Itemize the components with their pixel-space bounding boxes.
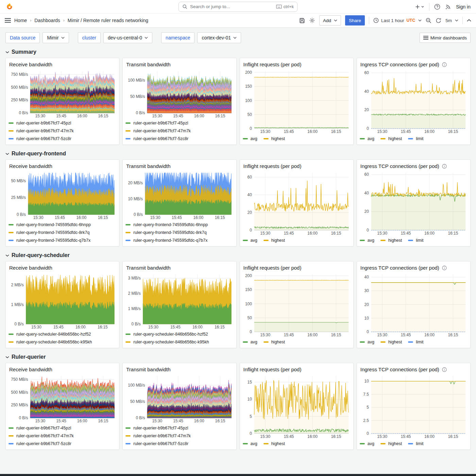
chart-summary-transmit-bandwidth[interactable]: 0 B/s50 MB/s100 MB/s15:3015:4516:0016:15 [125, 69, 233, 119]
panel-title[interactable]: Transmit bandwidth [126, 367, 170, 372]
search-input[interactable]: Search or jump to... ctrl+k [178, 2, 298, 12]
legend-series-label[interactable]: ruler-querier-b9b67fcf7-5zc8r [16, 136, 71, 141]
refresh-interval-picker[interactable]: 5m [445, 18, 458, 23]
legend-item[interactable]: ruler-query-frontend-745595dfdc-8rk7q [125, 228, 233, 236]
chart-frontend-inflight-requests[interactable]: 020406015:3015:4516:0016:15 [243, 170, 351, 236]
news-icon[interactable] [445, 4, 451, 10]
legend-series-label[interactable]: limit [416, 441, 423, 446]
legend-series-label[interactable]: highest [388, 238, 402, 243]
chart-frontend-receive-bandwidth[interactable]: 0 B/s25 MB/s50 MB/s15:3015:4516:0016:15 [8, 170, 116, 220]
legend-item[interactable]: ruler-query-frontend-745595dfdc-6hnpp [125, 221, 233, 228]
menu-toggle-icon[interactable] [5, 18, 11, 23]
legend-series-label[interactable]: ruler-querier-b9b67fcf7-47m7k [16, 434, 74, 438]
legend-item[interactable]: ruler-querier-b9b67fcf7-47m7k [125, 127, 233, 135]
chart-querier-inflight-requests[interactable]: 05101515:3015:4516:0016:15 [243, 374, 351, 439]
info-icon[interactable] [442, 367, 447, 372]
legend-series-label[interactable]: ruler-querier-b9b67fcf7-5zc8r [133, 136, 188, 141]
section-header-ruler-query-frontend[interactable]: Ruler-query-frontend [5, 151, 471, 157]
chart-querier-ingress-tcp[interactable]: 02.557.51015:3015:4516:0016:15 [360, 374, 468, 439]
panel-title[interactable]: Transmit bandwidth [126, 163, 170, 169]
settings-gear-icon[interactable] [309, 17, 315, 23]
section-header-ruler-querier[interactable]: Ruler-querier [5, 354, 471, 360]
legend-series-label[interactable]: ruler-query-scheduler-846b656bc-k95kh [133, 340, 209, 344]
legend-series-label[interactable]: highest [271, 441, 285, 446]
legend-item[interactable]: ruler-querier-b9b67fcf7-5zc8r [8, 135, 116, 142]
legend-series-label[interactable]: ruler-query-scheduler-846b656bc-hzf52 [16, 332, 91, 337]
namespace-label[interactable]: namespace [161, 32, 194, 43]
panel-title[interactable]: Receive bandwidth [9, 265, 52, 271]
legend-series-label[interactable]: ruler-query-frontend-745595dfdc-6hnpp [133, 222, 208, 227]
legend-item[interactable]: ruler-querier-b9b67fcf7-45pzl [8, 424, 116, 432]
legend-series-label[interactable]: avg [368, 136, 374, 141]
panel-title[interactable]: Inflight requests (per pod) [243, 163, 302, 169]
legend-series-label[interactable]: ruler-querier-b9b67fcf7-45pzl [133, 426, 188, 430]
namespace-select[interactable]: cortex-dev-01 [197, 32, 241, 43]
panel-title[interactable]: Transmit bandwidth [126, 265, 170, 271]
legend-item[interactable]: ruler-querier-b9b67fcf7-45pzl [8, 119, 116, 127]
legend-item[interactable]: ruler-query-scheduler-846b656bc-k95kh [8, 338, 116, 346]
legend-item[interactable]: limit [408, 136, 423, 141]
legend-series-label[interactable]: avg [368, 441, 374, 446]
panel-title[interactable]: Inflight requests (per pod) [243, 62, 302, 67]
panel-title[interactable]: Ingress TCP connections (per pod) [360, 367, 439, 372]
legend-item[interactable]: ruler-querier-b9b67fcf7-45pzl [125, 424, 233, 432]
legend-series-label[interactable]: avg [368, 340, 374, 344]
legend-item[interactable]: ruler-querier-b9b67fcf7-47m7k [125, 432, 233, 440]
chart-summary-inflight-requests[interactable]: 05010015020015:3015:4516:0016:15 [243, 69, 351, 134]
chart-scheduler-receive-bandwidth[interactable]: 0 B/s1 MB/s2 MB/s15:3015:4516:0016:15 [8, 272, 116, 330]
chart-scheduler-inflight-requests[interactable]: 05010015020015:3015:4516:0016:15 [243, 272, 351, 338]
legend-series-label[interactable]: ruler-query-frontend-745595dfdc-q7b7x [16, 238, 90, 243]
legend-series-label[interactable]: limit [416, 340, 423, 344]
legend-series-label[interactable]: highest [388, 441, 402, 446]
legend-series-label[interactable]: limit [416, 136, 423, 141]
legend-series-label[interactable]: ruler-querier-b9b67fcf7-47m7k [133, 129, 191, 133]
legend-series-label[interactable]: ruler-querier-b9b67fcf7-47m7k [133, 434, 191, 438]
legend-item[interactable]: highest [264, 441, 285, 446]
legend-series-label[interactable]: avg [251, 238, 257, 243]
sign-in-link[interactable]: Sign in [456, 4, 471, 10]
legend-series-label[interactable]: ruler-query-scheduler-846b656bc-hzf52 [133, 332, 208, 337]
info-icon[interactable] [442, 62, 447, 67]
legend-item[interactable]: ruler-query-frontend-745595dfdc-8rk7q [8, 228, 116, 236]
legend-series-label[interactable]: avg [368, 238, 374, 243]
legend-item[interactable]: highest [380, 238, 402, 243]
legend-item[interactable]: highest [264, 136, 285, 141]
save-dashboard-icon[interactable] [299, 18, 305, 23]
chart-querier-transmit-bandwidth[interactable]: 0 B/s50 MB/s100 MB/s15:3015:4516:0016:15 [125, 374, 233, 424]
legend-series-label[interactable]: ruler-querier-b9b67fcf7-45pzl [16, 426, 71, 430]
legend-series-label[interactable]: highest [388, 136, 402, 141]
legend-item[interactable]: avg [360, 238, 374, 243]
info-icon[interactable] [442, 164, 447, 169]
breadcrumb-home[interactable]: Home [14, 18, 27, 23]
panel-title[interactable]: Ingress TCP connections (per pod) [360, 62, 439, 67]
datasource-select[interactable]: Mimir [42, 32, 69, 43]
legend-item[interactable]: avg [243, 238, 257, 243]
legend-series-label[interactable]: avg [251, 340, 257, 344]
panel-title[interactable]: Receive bandwidth [9, 62, 52, 67]
legend-series-label[interactable]: ruler-query-scheduler-846b656bc-k95kh [16, 340, 92, 344]
mimir-dashboards-button[interactable]: Mimir dashboards [420, 33, 471, 43]
legend-series-label[interactable]: ruler-querier-b9b67fcf7-47m7k [16, 129, 74, 133]
info-icon[interactable] [442, 266, 447, 270]
legend-item[interactable]: highest [264, 238, 285, 243]
grafana-logo[interactable] [5, 2, 14, 11]
legend-item[interactable]: limit [408, 340, 423, 344]
legend-item[interactable]: avg [360, 441, 374, 446]
legend-item[interactable]: ruler-querier-b9b67fcf7-5zc8r [125, 440, 233, 447]
legend-item[interactable]: limit [408, 441, 423, 446]
chart-summary-ingress-tcp[interactable]: 020406015:3015:4516:0016:15 [360, 69, 468, 134]
legend-item[interactable]: highest [380, 340, 402, 344]
panel-title[interactable]: Transmit bandwidth [126, 62, 170, 67]
chart-summary-receive-bandwidth[interactable]: 0 B/s250 MB/s500 MB/s750 MB/s15:3015:451… [8, 69, 116, 119]
new-menu-button[interactable] [415, 4, 424, 9]
legend-item[interactable]: highest [380, 441, 402, 446]
panel-title[interactable]: Inflight requests (per pod) [243, 265, 302, 271]
legend-item[interactable]: ruler-querier-b9b67fcf7-45pzl [125, 119, 233, 127]
collapse-toolbar-icon[interactable] [467, 19, 471, 22]
chart-frontend-ingress-tcp[interactable]: 020406015:3015:4516:0016:15 [360, 170, 468, 236]
legend-series-label[interactable]: highest [271, 238, 285, 243]
legend-item[interactable]: ruler-query-frontend-745595dfdc-6hnpp [8, 221, 116, 228]
chart-scheduler-ingress-tcp[interactable]: 01020304015:3015:4516:0016:15 [360, 272, 468, 338]
legend-item[interactable]: ruler-query-frontend-745595dfdc-q7b7x [125, 236, 233, 244]
legend-series-label[interactable]: ruler-query-frontend-745595dfdc-8rk7q [16, 230, 89, 235]
